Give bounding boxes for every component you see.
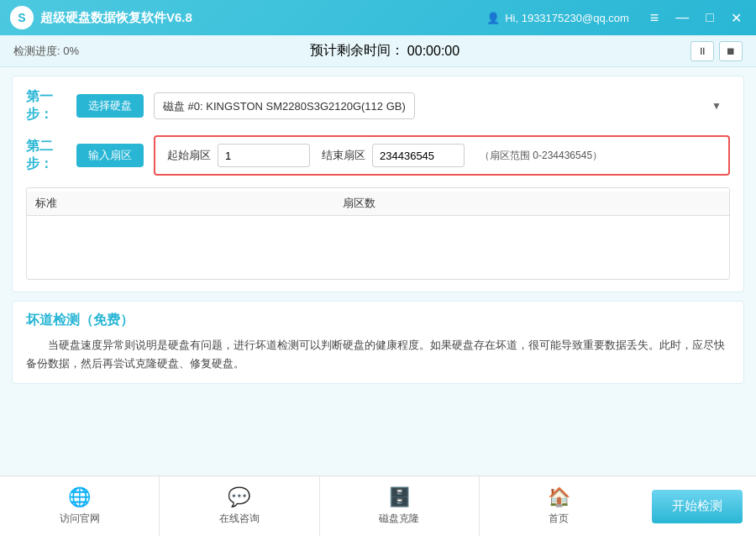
step1-label: 第一步：	[26, 88, 76, 123]
username: Hi, 1933175230@qq.com	[505, 12, 629, 24]
user-icon: 👤	[486, 12, 500, 24]
end-sector-group: 结束扇区	[322, 144, 465, 167]
select-disk-button[interactable]: 选择硬盘	[76, 94, 144, 118]
minimize-button[interactable]: —	[671, 8, 693, 27]
progress-label: 检测进度: 0%	[13, 44, 79, 59]
table-header-sectors: 扇区数	[334, 192, 729, 216]
home-icon: 🏠	[548, 486, 570, 508]
start-sector-input[interactable]	[218, 144, 310, 167]
input-sector-button[interactable]: 输入扇区	[76, 144, 144, 167]
consult-label: 在线咨询	[219, 512, 260, 526]
start-sector-group: 起始扇区	[167, 144, 310, 167]
footer-nav: 🌐 访问官网 💬 在线咨询 🗄️ 磁盘克隆 🏠 首页	[0, 476, 638, 536]
app-logo: S	[10, 6, 34, 29]
info-title: 坏道检测（免费）	[26, 312, 730, 329]
end-sector-input[interactable]	[372, 144, 465, 167]
start-detect-button[interactable]: 开始检测	[652, 490, 743, 523]
footer-nav-clone[interactable]: 🗄️ 磁盘克隆	[320, 476, 480, 536]
close-button[interactable]: ✕	[727, 8, 746, 28]
start-sector-label: 起始扇区	[167, 148, 211, 163]
footer-nav-website[interactable]: 🌐 访问官网	[0, 476, 160, 536]
step2-label: 第二步：	[26, 138, 76, 173]
step2-row: 第二步： 输入扇区 起始扇区 结束扇区 （扇区范围 0-234436545）	[26, 135, 730, 176]
time-value: 00:00:00	[407, 44, 459, 59]
progress-time-area: 预计剩余时间： 00:00:00	[310, 42, 459, 60]
pause-button[interactable]: ⏸	[690, 41, 714, 61]
sector-input-box: 起始扇区 结束扇区 （扇区范围 0-234436545）	[154, 135, 730, 176]
website-icon: 🌐	[68, 486, 91, 508]
dropdown-arrow-icon: ▼	[711, 100, 722, 112]
pause-icon: ⏸	[697, 45, 707, 57]
footer-nav-consult[interactable]: 💬 在线咨询	[160, 476, 319, 536]
disk-select-wrapper: 磁盘 #0: KINGSTON SM2280S3G2120G(112 GB) ▼	[154, 92, 730, 119]
progress-controls: ⏸ ⏹	[690, 41, 743, 61]
stop-icon: ⏹	[726, 45, 736, 57]
maximize-button[interactable]: □	[701, 8, 718, 27]
footer-nav-home[interactable]: 🏠 首页	[480, 476, 638, 536]
footer: 🌐 访问官网 💬 在线咨询 🗄️ 磁盘克隆 🏠 首页 开始检测	[0, 476, 756, 536]
window-controls: ≡ — □ ✕	[646, 8, 746, 29]
sector-range-hint: （扇区范围 0-234436545）	[480, 149, 602, 163]
stop-button[interactable]: ⏹	[719, 41, 743, 61]
end-sector-label: 结束扇区	[322, 148, 365, 163]
progress-bar: 检测进度: 0% 预计剩余时间： 00:00:00 ⏸ ⏹	[0, 35, 756, 67]
menu-icon[interactable]: ≡	[646, 8, 664, 29]
consult-icon: 💬	[228, 486, 250, 508]
info-text: 当硬盘速度异常则说明是硬盘有问题，进行坏道检测可以判断硬盘的健康程度。如果硬盘存…	[26, 336, 730, 373]
step1-row: 第一步： 选择硬盘 磁盘 #0: KINGSTON SM2280S3G2120G…	[26, 88, 730, 123]
app-title: 超级硬盘数据恢复软件V6.8	[40, 10, 486, 26]
footer-action: 开始检测	[638, 490, 756, 523]
title-bar: S 超级硬盘数据恢复软件V6.8 👤 Hi, 1933175230@qq.com…	[0, 0, 756, 35]
sector-table-container: 标准 扇区数	[26, 187, 730, 280]
sector-table: 标准 扇区数	[27, 192, 729, 216]
user-info: 👤 Hi, 1933175230@qq.com	[486, 12, 629, 24]
clone-label: 磁盘克隆	[379, 512, 419, 526]
website-label: 访问官网	[60, 512, 100, 526]
main-content: 第一步： 选择硬盘 磁盘 #0: KINGSTON SM2280S3G2120G…	[12, 76, 744, 292]
info-section: 坏道检测（免费） 当硬盘速度异常则说明是硬盘有问题，进行坏道检测可以判断硬盘的健…	[12, 301, 744, 384]
clone-icon: 🗄️	[388, 486, 411, 508]
time-label: 预计剩余时间：	[310, 42, 404, 60]
table-header-standard: 标准	[27, 192, 334, 216]
home-label: 首页	[549, 512, 569, 526]
disk-select[interactable]: 磁盘 #0: KINGSTON SM2280S3G2120G(112 GB)	[154, 92, 415, 119]
